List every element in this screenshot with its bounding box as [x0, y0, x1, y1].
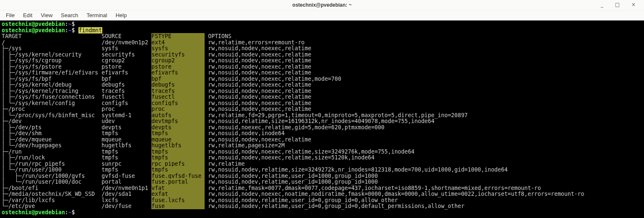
cell-target: │ ├─/sys/kernel/debug [2, 82, 101, 88]
cell-options: rw,nosuid,nodev,noexec,relatime [205, 88, 311, 94]
cell-options: rw,nosuid,nodev,noexec,relatime [205, 45, 311, 51]
cell-fstype: tmpfs [151, 149, 205, 155]
cell-target: │ ├─/sys/fs/pstore [2, 64, 101, 70]
header-target: TARGET [2, 33, 101, 39]
cell-target: │ ├─/sys/kernel/security [2, 51, 101, 58]
menu-item-help[interactable]: Help [112, 11, 131, 19]
terminal[interactable]: ostechnix@pvedebian:~$ ostechnix@pvedebi… [0, 21, 644, 218]
cell-options: rw,nosuid,nodev,noexec,relatime,size=324… [205, 149, 414, 155]
prompt-line-end: ostechnix@pvedebian:~$ [2, 210, 642, 216]
cell-options: rw,nosuid,nodev,relatime,size=3249272k,n… [205, 167, 508, 173]
cell-fstype: debugfs [151, 82, 205, 88]
cell-fstype: bpf [151, 76, 205, 82]
cell-fstype: efivarfs [151, 69, 205, 76]
cell-fstype: tmpfs [151, 167, 205, 173]
findmnt-row: │ └─/run/user/1000/doc portal fuse.porta… [2, 179, 642, 185]
cell-source: tmpfs [101, 149, 151, 155]
cell-source: udev [101, 118, 151, 124]
window-title: ostechnix@pvedebian: ~ [292, 2, 351, 8]
cell-fstype: devtmpfs [151, 118, 205, 124]
cell-target: ├─/run [2, 149, 101, 155]
cell-source: systemd-1 [101, 112, 151, 118]
cell-source: pstore [101, 64, 151, 70]
window-titlebar: ostechnix@pvedebian: ~ _ □ × [0, 0, 644, 10]
findmnt-row: │ ├─/dev/shm tmpfs tmpfs rw,nosuid,nodev… [2, 131, 642, 137]
cell-source: efivarfs [101, 69, 151, 76]
findmnt-row: │ ├─/sys/kernel/debug debugfs debugfs rw… [2, 82, 642, 88]
cell-target: │ ├─/sys/fs/fuse/connections [2, 94, 101, 100]
findmnt-row: │ ├─/sys/fs/fuse/connections fusectl fus… [2, 94, 642, 100]
cell-target: ├─/media/ostechnix/SK_WD_SSD [2, 191, 101, 197]
cell-options: rw,nosuid,nodev,noexec,relatime [205, 136, 311, 143]
cell-source: cgroup2 [101, 57, 151, 64]
cell-options: rw,nosuid,nodev,noexec,relatime [205, 69, 311, 76]
cell-source: sunrpc [101, 161, 151, 167]
cell-fstype: proc [151, 106, 205, 112]
cell-fstype: rpc_pipefs [151, 161, 205, 167]
cell-fstype: fuse.lxcfs [151, 197, 205, 203]
findmnt-row: │ ├─/dev/mqueue mqueue mqueue rw,nosuid,… [2, 137, 642, 143]
findmnt-row: ├─/dev udev devtmpfs rw,nosuid,relatime,… [2, 118, 642, 125]
cell-fstype: tracefs [151, 88, 205, 94]
cell-target: │ ├─/run/user/1000/gvfs [2, 173, 101, 179]
cell-fstype: ext4 [151, 39, 205, 46]
findmnt-row: │ ├─/sys/kernel/security securityfs secu… [2, 52, 642, 58]
cell-fstype: cgroup2 [151, 57, 205, 64]
cell-fstype: fuse.portal [151, 179, 205, 185]
menu-item-view[interactable]: View [36, 11, 57, 19]
cell-fstype: exfat [151, 191, 205, 197]
menu-item-search[interactable]: Search [57, 11, 82, 19]
cell-options: rw,nosuid,nodev,noexec,relatime [205, 51, 311, 58]
cell-target: │ ├─/dev/pts [2, 124, 101, 131]
cell-target: │ └─/sys/kernel/config [2, 100, 101, 106]
cell-fstype: tmpfs [151, 130, 205, 136]
cell-options: rw,nosuid,nodev,noexec,noatime,nodiratim… [205, 191, 584, 197]
cell-target: ├─/sys [2, 45, 101, 51]
findmnt-row: │ └─/proc/sys/fs/binfmt_misc systemd-1 a… [2, 113, 642, 119]
cell-options: rw,relatime,pagesize=2M [205, 142, 285, 149]
cell-options: rw,nosuid,nodev,noexec,relatime [205, 57, 311, 64]
cell-options: rw,nosuid,relatime,size=16196312k,nr_ino… [205, 118, 434, 124]
cell-source: tmpfs [101, 130, 151, 136]
cell-fstype: securityfs [151, 51, 205, 58]
window-controls: _ □ × [599, 2, 641, 8]
cell-source: sysfs [101, 45, 151, 51]
cell-options: rw,nosuid,nodev,relatime,user_id=0,group… [205, 203, 464, 209]
findmnt-row: │ └─/dev/hugepages hugetlbfs hugetlbfs r… [2, 143, 642, 149]
cell-target: │ ├─/sys/firmware/efi/efivars [2, 69, 101, 76]
cell-target: ├─/var/lib/lxcfs [2, 197, 101, 203]
cell-fstype: mqueue [151, 136, 205, 143]
cell-target: │ └─/run/user/1000/doc [2, 179, 101, 185]
cell-target: │ └─/dev/hugepages [2, 142, 101, 149]
header-fstype: FSTYPE [151, 33, 205, 39]
cell-source: bpf [101, 76, 151, 82]
cell-target: │ ├─/sys/fs/cgroup [2, 57, 101, 64]
cell-options: rw,nosuid,nodev,noexec,relatime [205, 82, 311, 88]
cell-source: debugfs [101, 82, 151, 88]
header-source: SOURCE [101, 33, 151, 39]
window-minimize-button[interactable]: _ [599, 2, 608, 8]
cell-target: ├─/dev [2, 118, 101, 124]
findmnt-row: │ ├─/sys/fs/pstore pstore pstore rw,nosu… [2, 64, 642, 70]
cell-options: rw,nosuid,nodev,noexec,relatime,mode=700 [205, 76, 341, 82]
cell-fstype: fuse.gvfsd-fuse [151, 173, 205, 179]
findmnt-row: │ └─/run/user/1000 tmpfs tmpfs rw,nosuid… [2, 167, 642, 173]
window-close-button[interactable]: × [630, 2, 641, 8]
cell-options: rw,nosuid,nodev,noexec,relatime [205, 94, 311, 100]
findmnt-row: ├─/sys sysfs sysfs rw,nosuid,nodev,noexe… [2, 46, 642, 52]
menu-item-edit[interactable]: Edit [19, 11, 36, 19]
cell-source: tracefs [101, 88, 151, 94]
menu-item-file[interactable]: File [2, 11, 19, 19]
menu-item-terminal[interactable]: Terminal [83, 11, 112, 19]
cell-fstype: autofs [151, 112, 205, 118]
cell-target: │ ├─/run/lock [2, 154, 101, 161]
cell-target: ├─/proc [2, 106, 101, 112]
cell-options: rw,nosuid,nodev,noexec,relatime [205, 64, 311, 70]
prompt-line-cmd: ostechnix@pvedebian:~$ findmnt [2, 28, 642, 34]
cell-fstype: tmpfs [151, 154, 205, 161]
cell-source: gvfsd-fuse [101, 173, 151, 179]
cell-options: rw,relatime [205, 161, 244, 167]
prompt-dollar: $ [72, 21, 75, 27]
window-maximize-button[interactable]: □ [613, 2, 625, 8]
command-findmnt: findmnt [78, 27, 103, 33]
